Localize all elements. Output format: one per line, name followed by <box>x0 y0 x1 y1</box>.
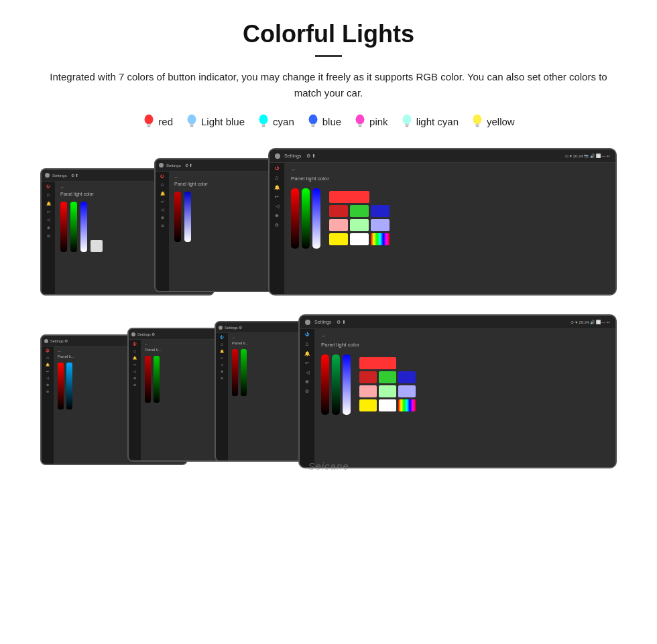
svg-rect-4 <box>190 124 194 126</box>
watermark-text: Seicane <box>308 460 349 472</box>
red-bulb-icon <box>142 113 156 129</box>
color-pills-row: red Light blue cyan <box>40 113 617 129</box>
screen-card-3: Settings ⚙ ⬆ ⊙ ♥ 20:24 📷 🔊 ⬜ — ↩ ⏻ ⌂ 🔔 ↩… <box>268 148 617 296</box>
lightcyan-bulb-icon <box>400 113 414 129</box>
svg-point-0 <box>145 115 154 125</box>
svg-rect-17 <box>405 125 408 127</box>
color-label-lightcyan: light cyan <box>416 116 459 127</box>
svg-rect-11 <box>311 125 314 127</box>
color-pill-blue: blue <box>306 113 341 129</box>
blue-bulb-icon <box>306 113 320 129</box>
title-divider <box>315 55 342 57</box>
svg-rect-19 <box>475 124 479 126</box>
svg-point-18 <box>473 115 482 125</box>
color-label-cyan: cyan <box>273 116 294 127</box>
svg-rect-16 <box>405 124 409 126</box>
page-title: Colorful Lights <box>40 20 617 48</box>
svg-rect-10 <box>311 124 315 126</box>
svg-rect-5 <box>190 125 194 127</box>
color-pill-lightblue: Light blue <box>185 113 245 129</box>
color-pill-cyan: cyan <box>257 113 294 129</box>
cyan-bulb-icon <box>257 113 270 129</box>
svg-point-9 <box>308 115 317 125</box>
color-label-blue: blue <box>322 116 341 127</box>
svg-rect-20 <box>476 125 479 127</box>
svg-rect-8 <box>262 125 265 127</box>
top-screens-row: Settings ⚙ ⬆ ⏻ ⌂ 🔔 ↩ ◁ ⊕ ⊖ ← Panel light… <box>40 148 617 302</box>
color-label-pink: pink <box>369 116 388 127</box>
color-label-yellow: yellow <box>487 116 515 127</box>
svg-rect-14 <box>359 125 362 127</box>
lightblue-bulb-icon <box>185 113 198 129</box>
svg-rect-13 <box>358 124 362 126</box>
svg-rect-1 <box>147 124 152 126</box>
page-description: Integrated with 7 colors of button indic… <box>40 69 617 101</box>
svg-point-3 <box>188 115 196 125</box>
bottom-screens-row: Settings ⚙ ⏻ ⌂ 🔔 ↩ ◁ ⊕ ⊖ ← Panel li... <box>40 314 617 475</box>
svg-point-15 <box>402 115 411 125</box>
color-pill-red: red <box>142 113 173 129</box>
svg-rect-2 <box>147 125 151 127</box>
svg-point-12 <box>356 115 365 125</box>
svg-rect-7 <box>261 124 265 126</box>
color-label-lightblue: Light blue <box>201 116 245 127</box>
color-pill-yellow: yellow <box>471 113 515 129</box>
yellow-bulb-icon <box>471 113 484 129</box>
color-label-red: red <box>158 116 173 127</box>
svg-point-6 <box>259 115 268 125</box>
color-pill-lightcyan: light cyan <box>400 113 459 129</box>
color-pill-pink: pink <box>353 113 388 129</box>
pink-bulb-icon <box>353 113 367 129</box>
screen-card-7: Settings ⚙ ⬆ ⊙ ♥ 20:24 🔊 ⬜ — ↩ ⏻ ⌂ 🔔 ↩ ◁… <box>298 314 617 468</box>
